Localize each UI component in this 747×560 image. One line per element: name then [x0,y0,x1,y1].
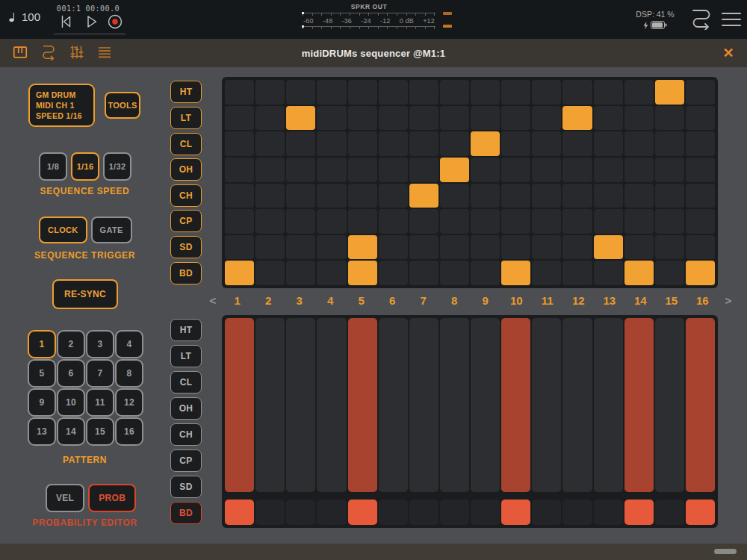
step-cell-sd-13[interactable] [594,235,623,260]
step-cell-cl-15[interactable] [655,131,684,156]
prob-step-cell-3[interactable] [286,500,315,525]
step-cell-sd-10[interactable] [501,235,530,260]
prob-step-cell-12[interactable] [562,500,592,525]
step-cell-ht-12[interactable] [562,80,592,105]
step-cell-cp-1[interactable] [225,209,254,234]
routing-mode-icon[interactable] [687,9,716,30]
mixer-view-icon[interactable] [69,44,85,60]
row-label-lt[interactable]: LT [170,107,202,129]
step-cell-oh-9[interactable] [471,158,500,182]
step-cell-cl-10[interactable] [501,131,530,156]
step-cell-lt-4[interactable] [317,106,346,131]
pattern-button-14[interactable]: 14 [57,417,85,446]
prob-row-label-oh[interactable]: OH [170,397,202,420]
step-cell-ch-5[interactable] [348,184,377,208]
step-cell-cp-14[interactable] [624,209,654,234]
step-cell-oh-11[interactable] [532,158,561,182]
step-cell-ht-14[interactable] [624,80,654,105]
pattern-button-5[interactable]: 5 [28,359,56,388]
step-cell-bd-2[interactable] [255,261,285,285]
speed-button-1-16[interactable]: 1/16 [71,152,99,181]
step-cell-cl-9[interactable] [471,131,500,156]
step-cell-lt-9[interactable] [471,106,500,131]
play-button[interactable] [82,13,100,33]
prob-bar-4[interactable] [317,318,346,492]
trigger-button-gate[interactable]: GATE [91,217,132,243]
step-cell-oh-12[interactable] [562,158,592,182]
step-cell-oh-1[interactable] [225,158,254,182]
prob-bar-10[interactable] [501,318,530,492]
step-cell-cl-16[interactable] [686,131,715,156]
step-cell-cl-6[interactable] [379,131,408,156]
prob-row-label-cp[interactable]: CP [170,449,202,472]
step-cell-ch-6[interactable] [379,184,408,208]
step-cell-bd-10[interactable] [501,261,530,285]
pattern-button-4[interactable]: 4 [115,330,143,358]
step-cell-ch-1[interactable] [225,184,254,208]
speed-button-1-8[interactable]: 1/8 [39,152,67,181]
keyboard-view-icon[interactable] [12,44,28,60]
step-cell-bd-5[interactable] [348,261,377,285]
step-cell-lt-7[interactable] [409,106,438,131]
step-cell-ch-7[interactable] [409,184,438,208]
step-cell-cl-1[interactable] [225,131,254,156]
editor-button-prob[interactable]: PROB [88,484,136,512]
prob-row-label-bd[interactable]: BD [170,502,202,524]
prob-bar-16[interactable] [686,318,715,492]
step-cell-cp-2[interactable] [255,209,285,234]
step-cell-bd-9[interactable] [471,261,500,285]
list-view-icon[interactable] [96,44,113,60]
rewind-button[interactable] [57,13,75,33]
step-cell-lt-5[interactable] [348,106,377,131]
pattern-button-6[interactable]: 6 [57,359,85,388]
step-cell-ht-5[interactable] [348,80,377,105]
step-cell-cp-12[interactable] [562,209,592,234]
step-cell-cl-12[interactable] [562,131,592,156]
step-cell-sd-11[interactable] [532,235,561,260]
step-cell-cl-4[interactable] [317,131,346,156]
step-cell-oh-2[interactable] [255,158,285,182]
step-cell-cl-5[interactable] [348,131,377,156]
step-cell-cp-7[interactable] [409,209,438,234]
step-cell-cp-5[interactable] [348,209,377,234]
prob-bar-3[interactable] [286,318,315,492]
pattern-button-8[interactable]: 8 [115,359,143,388]
step-cell-lt-16[interactable] [686,106,715,131]
prob-bar-1[interactable] [225,318,254,492]
step-cell-sd-6[interactable] [379,235,408,260]
pattern-button-9[interactable]: 9 [28,388,56,417]
speed-button-1-32[interactable]: 1/32 [103,152,131,181]
step-cell-sd-16[interactable] [686,235,715,260]
step-cell-cl-2[interactable] [255,131,285,156]
prob-bar-13[interactable] [594,318,623,492]
step-cell-sd-9[interactable] [471,235,500,260]
menu-button[interactable] [722,13,741,26]
step-cell-ht-7[interactable] [409,80,438,105]
prob-row-label-lt[interactable]: LT [170,345,202,367]
prob-step-cell-5[interactable] [348,500,377,525]
step-cell-cp-16[interactable] [686,209,715,234]
step-cell-sd-7[interactable] [409,235,438,260]
tempo-control[interactable]: 100 [9,10,40,23]
step-cell-ht-9[interactable] [471,80,500,105]
step-cell-bd-7[interactable] [409,261,438,285]
step-cell-lt-12[interactable] [562,106,592,131]
step-cell-cl-13[interactable] [594,131,623,156]
step-cell-ht-10[interactable] [501,80,530,105]
step-cell-oh-13[interactable] [594,158,623,182]
step-cell-sd-3[interactable] [286,235,315,260]
routing-view-icon[interactable] [40,44,58,60]
prob-step-cell-4[interactable] [317,500,346,525]
panel-resize-handle[interactable] [714,549,737,554]
step-cell-sd-5[interactable] [348,235,377,260]
pattern-button-16[interactable]: 16 [115,417,143,446]
step-cell-ch-14[interactable] [624,184,654,208]
step-cell-bd-8[interactable] [440,261,469,285]
pattern-button-12[interactable]: 12 [115,388,143,417]
pattern-button-15[interactable]: 15 [86,417,114,446]
pattern-button-1[interactable]: 1 [28,330,56,358]
step-cell-lt-10[interactable] [501,106,530,131]
step-cell-oh-3[interactable] [286,158,315,182]
step-cell-ht-8[interactable] [440,80,469,105]
step-cell-cp-15[interactable] [655,209,684,234]
